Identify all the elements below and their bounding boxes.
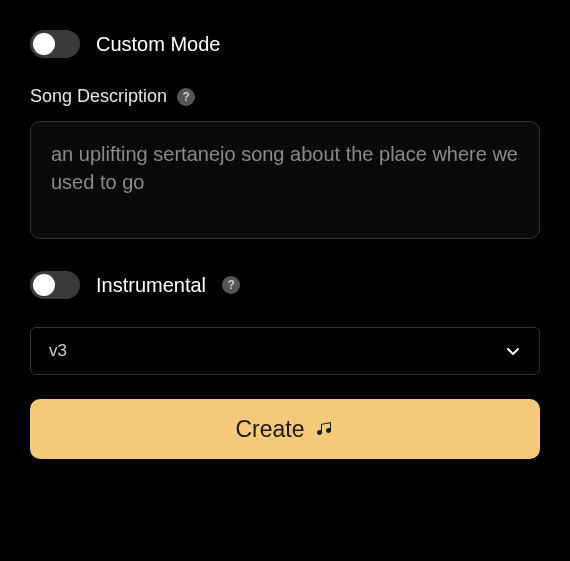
instrumental-row: Instrumental ? [30, 271, 540, 299]
help-icon[interactable]: ? [222, 276, 240, 294]
music-icon [315, 419, 335, 439]
custom-mode-label: Custom Mode [96, 33, 221, 56]
custom-mode-row: Custom Mode [30, 30, 540, 58]
song-description-wrap [30, 121, 540, 243]
song-description-input[interactable] [30, 121, 540, 239]
help-icon[interactable]: ? [177, 88, 195, 106]
version-selected-text: v3 [49, 341, 67, 361]
instrumental-label: Instrumental [96, 274, 206, 297]
song-description-label: Song Description [30, 86, 167, 107]
create-button[interactable]: Create [30, 399, 540, 459]
instrumental-toggle[interactable] [30, 271, 80, 299]
custom-mode-toggle[interactable] [30, 30, 80, 58]
chevron-down-icon [505, 343, 521, 359]
version-select[interactable]: v3 [30, 327, 540, 375]
create-button-label: Create [235, 416, 304, 443]
toggle-handle [33, 274, 55, 296]
toggle-handle [33, 33, 55, 55]
song-description-header: Song Description ? [30, 86, 540, 107]
